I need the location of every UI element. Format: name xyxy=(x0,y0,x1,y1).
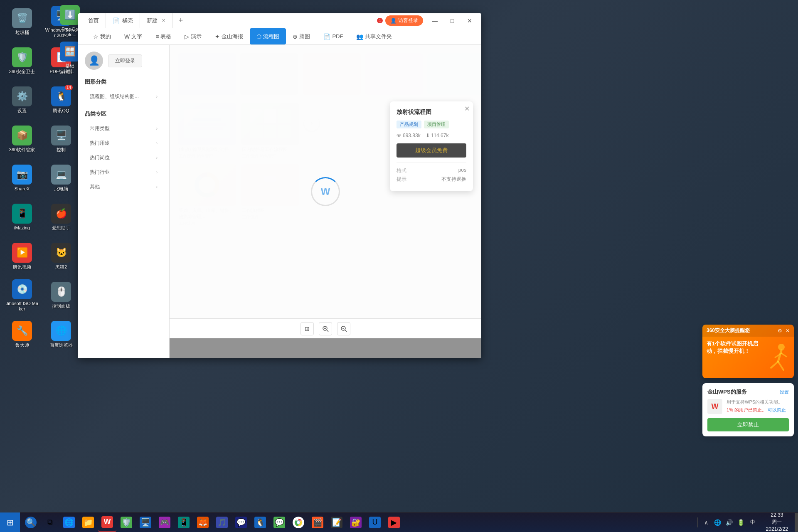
sidebar-user-section: 👤 立即登录 xyxy=(78,52,169,70)
desktop-icon-360manager[interactable]: 📦 360软件管家 xyxy=(3,121,41,158)
service-disable-button[interactable]: 立即禁止 xyxy=(707,418,789,431)
disable-link[interactable]: 可以禁止 xyxy=(768,407,786,412)
sidebar-item-hotpos[interactable]: 热门岗位 › xyxy=(85,151,163,165)
format-row: 格式 pos xyxy=(397,167,466,174)
desktop-icon-recycle[interactable]: 🗑️ 垃圾桶 xyxy=(3,3,41,41)
taskbar-app-6[interactable]: 🛡️ xyxy=(117,513,135,532)
minimize-button[interactable]: — xyxy=(426,15,443,27)
desktop-icon-ctrl-panel[interactable]: 🖥️ 控制 xyxy=(42,121,80,158)
tray-speaker-icon[interactable]: 🔊 xyxy=(724,517,734,527)
nav-text[interactable]: W 文字 xyxy=(118,28,149,44)
sidebar-item-flowchart[interactable]: 流程图、组织结构图... › xyxy=(85,90,163,103)
preview-zoom-out-button[interactable] xyxy=(337,322,350,335)
taskbar-chrome[interactable] xyxy=(289,513,308,532)
notify-close-button[interactable]: ✕ xyxy=(786,328,790,334)
taskbar-app-13[interactable]: 🐧 xyxy=(251,513,269,532)
login-large-button[interactable]: 立即登录 xyxy=(108,54,142,67)
desktop-icon-heiyuan[interactable]: 🐱 黑猫2 xyxy=(42,238,80,275)
tab-modal-icon: 📄 xyxy=(113,17,120,24)
desktop-icon-luda[interactable]: 🔧 鲁大师 xyxy=(3,316,41,353)
desktop-icon-tencentqq[interactable]: 🐧 14 腾讯QQ xyxy=(42,81,80,119)
taskbar-app-8[interactable]: 🎮 xyxy=(155,513,174,532)
start-button[interactable]: ⊞ xyxy=(0,512,20,532)
app20-icon: ▶ xyxy=(391,518,397,527)
chevron-right-icon: › xyxy=(156,155,158,160)
desktop-icon-setup[interactable]: ⚙️ 设置 xyxy=(3,81,41,119)
show-desktop-button[interactable] xyxy=(795,513,798,532)
desktop-icon-jihosoft[interactable]: 💿 Jihosoft ISO Maker xyxy=(3,277,41,314)
taskbar-search[interactable]: 🔍 xyxy=(22,513,40,532)
service-settings-link[interactable]: 设置 xyxy=(780,389,789,395)
nav-mindmap[interactable]: ⊕ 脑图 xyxy=(286,28,317,44)
taskbar-explorer[interactable]: 📁 xyxy=(79,513,97,532)
desktop-icon-free-dl[interactable]: ⬇️ Free Downlo... xyxy=(60,3,80,39)
views-stat: 👁 693.83k xyxy=(397,133,421,138)
notify-message: 有1个软件试图开机启动，拦截慢开机！ xyxy=(707,340,761,355)
desktop-icon-baidu[interactable]: 🌐 百度浏览器 xyxy=(42,316,80,353)
taskbar-wps[interactable]: W xyxy=(98,513,116,532)
tray-battery-icon[interactable]: 🔋 xyxy=(736,517,746,527)
service-info: 用于支持WPS的相关功能。 1% 的用户已禁止。 可以禁止 xyxy=(727,399,789,413)
nav-present[interactable]: ▷ 演示 xyxy=(178,28,208,44)
tray-input-icon[interactable]: 中 xyxy=(748,517,758,527)
app13-icon: 🐧 xyxy=(256,518,265,527)
desktop-icon-sharex[interactable]: 📷 ShareX xyxy=(3,160,41,197)
vip-free-button[interactable]: 超级会员免费 xyxy=(397,143,466,158)
desktop-icon-label: 腾讯视频 xyxy=(13,264,31,270)
tab-modal[interactable]: 📄 橘壳 xyxy=(106,13,140,28)
desktop-icon-aisi[interactable]: 🍎 爱思助手 xyxy=(42,199,80,236)
preview-zoom-in-button[interactable] xyxy=(319,322,332,335)
taskbar-app-17[interactable]: 📝 xyxy=(328,513,346,532)
nav-my[interactable]: ☆ 我的 xyxy=(86,28,118,44)
taskbar-app-12[interactable]: 💬 xyxy=(232,513,250,532)
taskbar-app-9[interactable]: 📱 xyxy=(175,513,193,532)
desktop-icon-360safe[interactable]: 🛡️ 360安全卫士 xyxy=(3,42,41,80)
svg-line-16 xyxy=(781,353,786,357)
sidebar-item-hotind[interactable]: 热门行业 › xyxy=(85,165,163,179)
nav-present-label: 演示 xyxy=(191,33,202,40)
tab-close-icon[interactable]: ✕ xyxy=(162,18,165,23)
tab-new[interactable]: 新建 ✕ xyxy=(140,13,172,28)
desktop-icon-win-crazy[interactable]: 🪟 基础教... xyxy=(60,40,80,76)
maximize-button[interactable]: □ xyxy=(444,15,461,27)
taskbar-app-3[interactable]: 🌐 xyxy=(60,513,78,532)
notify-gear-button[interactable]: ⚙ xyxy=(778,328,782,334)
taskbar-app-20[interactable]: ▶ xyxy=(385,513,403,532)
taskbar-app-19[interactable]: U xyxy=(366,513,384,532)
taskbar-app-14[interactable]: 💬 xyxy=(270,513,288,532)
notify-title: 360安全大脑提醒您 xyxy=(707,327,750,334)
taskbar-app-7[interactable]: 🖥️ xyxy=(136,513,155,532)
tray-up-arrow[interactable]: ∧ xyxy=(701,517,711,527)
tray-network-icon[interactable]: 🌐 xyxy=(713,517,723,527)
tx-video-icon: ▶️ xyxy=(17,247,28,258)
desktop-icon-imazing[interactable]: 📱 iMazing xyxy=(3,199,41,236)
desktop-icon-tx-video[interactable]: ▶️ 腾讯视频 xyxy=(3,238,41,275)
preview-grid-view-button[interactable]: ⊞ xyxy=(300,322,314,335)
nav-table[interactable]: ≡ 表格 xyxy=(149,28,178,44)
close-button[interactable]: ✕ xyxy=(461,15,478,27)
preview-toolbar: ⊞ xyxy=(170,318,481,338)
new-tab-button[interactable]: + xyxy=(174,14,187,27)
nav-shared[interactable]: 👥 共享文件夹 xyxy=(350,28,399,44)
svg-line-5 xyxy=(327,330,328,332)
nav-flowchart[interactable]: ⬡ 流程图 xyxy=(250,28,286,44)
desktop-icon-label: 此电脑 xyxy=(54,186,68,192)
taskbar-task-view[interactable]: ⧉ xyxy=(41,513,59,532)
tab-home[interactable]: 首页 xyxy=(81,13,106,28)
taskbar-app-10[interactable]: 🦊 xyxy=(194,513,212,532)
taskbar-app-11[interactable]: 🎵 xyxy=(213,513,231,532)
sidebar-item-hotuse[interactable]: 热门用途 › xyxy=(85,136,163,150)
login-button[interactable]: 👤 访客登录 xyxy=(385,15,423,26)
chrome-icon xyxy=(293,517,304,528)
nav-jshai[interactable]: ✦ 金山海报 xyxy=(208,28,250,44)
desktop-icon-my-pc[interactable]: 💻 此电脑 xyxy=(42,160,80,197)
sidebar-item-other[interactable]: 其他 › xyxy=(85,180,163,194)
taskbar-app-16[interactable]: 🎬 xyxy=(308,513,327,532)
taskbar-clock[interactable]: 22:33 周一 2021/2/22 xyxy=(761,512,793,532)
desktop-icon-control2[interactable]: 🖱️ 控制面板 xyxy=(42,277,80,314)
app11-icon: 🎵 xyxy=(217,518,227,527)
sidebar-item-common[interactable]: 常用类型 › xyxy=(85,122,163,135)
panel-close-button[interactable]: ✕ xyxy=(464,105,470,113)
nav-pdf[interactable]: 📄 PDF xyxy=(317,28,350,44)
taskbar-app-18[interactable]: 🔐 xyxy=(347,513,365,532)
